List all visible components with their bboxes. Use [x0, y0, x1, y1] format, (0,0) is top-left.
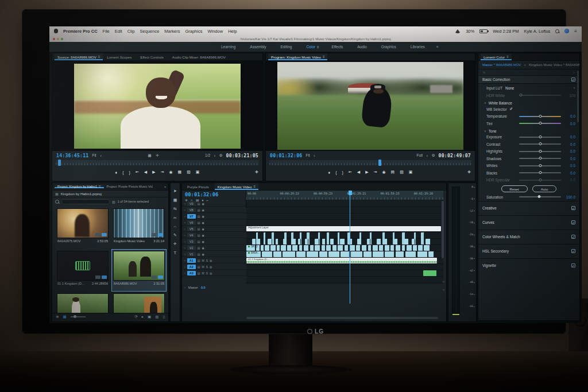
timeline-clip[interactable]: [341, 251, 350, 257]
render-clip[interactable]: [423, 270, 437, 276]
timeline-clip[interactable]: [315, 239, 319, 244]
slider-knob[interactable]: [539, 122, 541, 125]
project-search-input[interactable]: [61, 199, 110, 204]
timeline-clip[interactable]: [277, 245, 280, 251]
eye-icon[interactable]: ◉: [202, 253, 204, 256]
transport-button[interactable]: ▤: [391, 170, 395, 174]
lock-icon[interactable]: ▫: [184, 208, 185, 212]
bin-item[interactable]: 01 1 Kingdom (D… 2:44.28656: [56, 250, 110, 291]
mic-icon[interactable]: ◍: [210, 271, 212, 275]
bin-thumbnail[interactable]: [57, 293, 109, 313]
bin-item[interactable]: [56, 292, 110, 313]
slider-track[interactable]: [519, 172, 561, 173]
timeline-clip[interactable]: [357, 239, 361, 244]
eye-icon[interactable]: ◉: [202, 221, 204, 224]
track-name[interactable]: V8: [187, 208, 196, 212]
tool-icon[interactable]: ▦: [173, 198, 177, 203]
timeline-clip[interactable]: [428, 251, 434, 257]
bin-item-name[interactable]: Kingdom Music Video: [114, 239, 145, 243]
transport-button[interactable]: }: [342, 170, 343, 174]
bin-item[interactable]: 8A6A8986.MOV 2:31:05: [112, 250, 166, 291]
lumetri-section-row[interactable]: Curves ✓: [478, 215, 579, 230]
timeline-timecode[interactable]: 00:01:32:06: [182, 191, 246, 197]
section-checkbox[interactable]: ✓: [571, 77, 575, 81]
timeline-zoom-knobs[interactable]: ○○: [442, 280, 444, 292]
menu-item[interactable]: Sequence: [140, 29, 160, 34]
timeline-clip[interactable]: [283, 239, 287, 244]
notification-center-icon[interactable]: ≡: [574, 29, 577, 34]
program-fit-dropdown[interactable]: Fit: [305, 153, 310, 157]
lumetri-section-row[interactable]: Creative ✓: [478, 201, 579, 215]
transport-button[interactable]: ◉: [169, 170, 172, 174]
project-tool-icon[interactable]: ▸: [142, 315, 144, 319]
video-track-header[interactable]: ▫ V1 ▤ ◉: [182, 251, 246, 257]
timeline-clip[interactable]: [385, 245, 390, 251]
timeline-clip[interactable]: [322, 239, 325, 244]
video-track-header[interactable]: ▫ V7 ▤ ◉: [182, 214, 246, 219]
transport-button[interactable]: ⇤: [136, 170, 139, 174]
eye-icon[interactable]: ◉: [202, 246, 204, 250]
track-name[interactable]: V4: [187, 233, 196, 238]
transport-button[interactable]: ▣: [409, 170, 413, 174]
timeline-hscrollbar[interactable]: [246, 317, 438, 319]
lock-icon[interactable]: ▫: [184, 221, 185, 224]
transport-button[interactable]: ▧: [400, 170, 404, 174]
sync-lock-icon[interactable]: ▤: [198, 215, 200, 218]
timeline-clip[interactable]: [330, 239, 334, 244]
panel-tab[interactable]: Lumetri Color≡: [481, 53, 512, 60]
lock-icon[interactable]: ▫: [184, 215, 185, 218]
track-name[interactable]: V5: [187, 227, 196, 231]
menu-item[interactable]: Edit: [115, 29, 122, 34]
timeline-clip[interactable]: [396, 245, 401, 251]
transport-button[interactable]: }: [129, 170, 130, 174]
source-scrub-bar[interactable]: [56, 160, 259, 165]
track-name[interactable]: V9: [187, 201, 196, 206]
bin-icon[interactable]: ▥: [112, 200, 115, 204]
panel-tab[interactable]: Project: Kingdom by Halim1≡: [55, 185, 104, 188]
transport-button[interactable]: {: [335, 170, 336, 174]
section-checkbox[interactable]: ✓: [571, 220, 575, 224]
project-tool-icon[interactable]: ▯: [163, 315, 165, 319]
adjustment-layer-clip[interactable]: Adjustment Layer: [246, 226, 441, 231]
workspace-overflow[interactable]: »: [436, 45, 439, 49]
slider-knob[interactable]: [539, 178, 541, 181]
sync-lock-icon[interactable]: ▤: [198, 253, 200, 256]
mute-button[interactable]: M: [202, 259, 204, 262]
section-checkbox[interactable]: ✓: [571, 263, 575, 267]
source-tool-icon[interactable]: ▦: [148, 153, 151, 158]
menu-clock[interactable]: Wed 2:28 PM: [493, 29, 519, 34]
timeline-clip[interactable]: [276, 239, 278, 244]
bypass-icon[interactable]: ○: [573, 71, 575, 74]
timeline-clip[interactable]: [304, 245, 309, 251]
timeline-playhead[interactable]: [350, 191, 350, 304]
tone-subhead[interactable]: ∨Tone: [478, 127, 579, 134]
master-track-header[interactable]: ▫ Master 0.0: [182, 284, 246, 291]
solo-button[interactable]: S: [206, 271, 208, 275]
auto-button[interactable]: Auto: [532, 185, 557, 192]
timeline-vscrollbar[interactable]: [442, 201, 444, 258]
timeline-clip[interactable]: [262, 251, 273, 257]
transport-button[interactable]: ⇥: [374, 170, 377, 174]
slider-knob[interactable]: [539, 115, 541, 118]
sync-lock-icon[interactable]: ▤: [198, 221, 200, 224]
timeline-clip[interactable]: [310, 245, 314, 251]
track-name[interactable]: V3: [187, 239, 196, 244]
transport-button[interactable]: ▦: [178, 170, 182, 174]
sync-lock-icon[interactable]: ▤: [198, 271, 200, 275]
source-zoom-dropdown[interactable]: 1/2: [205, 153, 210, 157]
tool-icon[interactable]: ⇆: [173, 207, 177, 211]
panel-tab[interactable]: Project: Purple Pistols Music Vid: [104, 185, 157, 188]
program-scrub-bar[interactable]: [269, 160, 471, 165]
lock-icon[interactable]: ▫: [184, 259, 185, 262]
timeline-clip[interactable]: [328, 251, 340, 257]
transport-button[interactable]: ◉: [382, 170, 385, 174]
timeline-clip[interactable]: [394, 239, 399, 244]
slider-track[interactable]: [519, 151, 561, 152]
menu-item[interactable]: Markers: [164, 29, 180, 34]
workspace-tab[interactable]: Editing: [274, 45, 300, 49]
program-zoom-dropdown[interactable]: Full: [417, 153, 423, 157]
button-editor-plus-icon[interactable]: ✚: [467, 170, 471, 174]
timeline-clip[interactable]: [385, 239, 388, 244]
panel-tab[interactable]: Purple Pistols: [184, 183, 214, 190]
mute-button[interactable]: M: [202, 271, 204, 275]
